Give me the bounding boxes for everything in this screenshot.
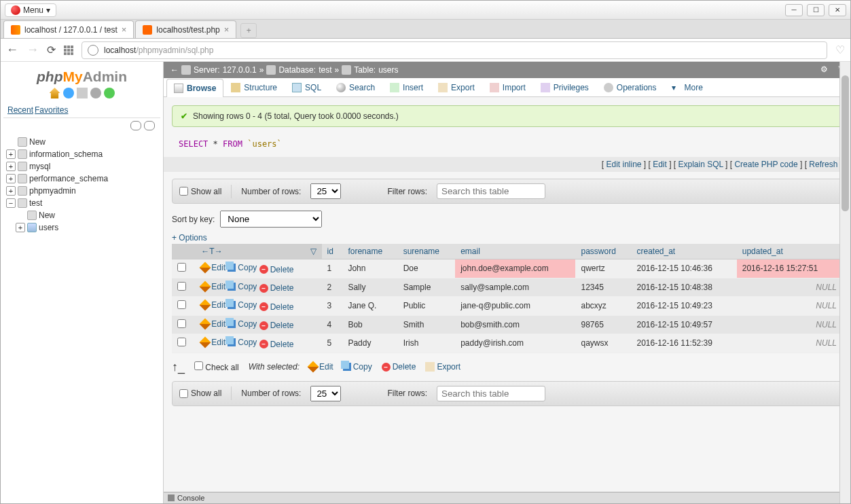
- edit-link[interactable]: Edit: [201, 338, 225, 347]
- delete-link[interactable]: −Delete: [259, 265, 294, 274]
- tab-import[interactable]: Import: [482, 78, 533, 96]
- browser-tab-1[interactable]: localhost/test.php ×: [135, 20, 236, 38]
- opera-menu-button[interactable]: Menu ▾: [5, 3, 56, 17]
- tab-export[interactable]: Export: [431, 78, 482, 96]
- recent-tab[interactable]: Recent: [7, 105, 33, 115]
- gear-icon[interactable]: ⚙: [820, 65, 831, 75]
- tab-close-icon[interactable]: ×: [122, 24, 127, 35]
- tab-more[interactable]: More: [664, 78, 710, 96]
- copy-link[interactable]: Copy: [228, 282, 257, 291]
- delete-link[interactable]: −Delete: [259, 283, 294, 293]
- bc-server[interactable]: 127.0.0.1: [223, 65, 257, 75]
- vertical-scrollbar[interactable]: [839, 62, 850, 503]
- close-button[interactable]: ✕: [829, 4, 846, 16]
- home-icon[interactable]: [50, 88, 60, 98]
- delete-link[interactable]: −Delete: [259, 302, 294, 312]
- check-all[interactable]: Check all: [194, 361, 239, 372]
- reload-button[interactable]: ⟳: [47, 43, 56, 56]
- row-checkbox[interactable]: [177, 263, 186, 272]
- sort-select[interactable]: None: [220, 211, 322, 228]
- copy-link[interactable]: Copy: [228, 300, 257, 310]
- tree-item-phpmyadmin[interactable]: +phpmyadmin: [3, 185, 160, 197]
- delete-link[interactable]: −Delete: [259, 340, 294, 349]
- sql-link-edit[interactable]: Edit: [653, 160, 667, 169]
- speed-dial-button[interactable]: [64, 46, 73, 55]
- tree-item-test[interactable]: −test: [3, 197, 160, 209]
- bookmark-button[interactable]: ♡: [835, 43, 845, 56]
- browser-tab-0[interactable]: localhost / 127.0.0.1 / test ×: [3, 20, 134, 38]
- favorites-tab[interactable]: Favorites: [35, 105, 68, 115]
- collapse-icon[interactable]: [130, 121, 141, 130]
- tree-item-new[interactable]: New: [3, 136, 160, 148]
- col-password[interactable]: password: [575, 244, 631, 259]
- copy-link[interactable]: Copy: [228, 319, 257, 329]
- edit-link[interactable]: Edit: [201, 263, 225, 272]
- tree-item-new[interactable]: New: [3, 209, 160, 221]
- edit-link[interactable]: Edit: [201, 319, 225, 329]
- expander-icon[interactable]: −: [6, 198, 16, 208]
- new-tab-button[interactable]: +: [240, 23, 257, 38]
- minimize-button[interactable]: ─: [785, 4, 803, 16]
- logout-icon[interactable]: [63, 88, 74, 98]
- col-email[interactable]: email: [455, 244, 575, 259]
- url-field[interactable]: localhost/phpmyadmin/sql.php: [82, 41, 827, 59]
- num-rows-select[interactable]: 25: [310, 183, 341, 199]
- col-id[interactable]: id: [322, 244, 343, 259]
- settings-icon[interactable]: [90, 88, 101, 98]
- show-all-checkbox[interactable]: Show all: [179, 187, 221, 196]
- options-toggle[interactable]: + Options: [172, 233, 842, 242]
- edit-link[interactable]: Edit: [201, 300, 225, 310]
- tab-sql[interactable]: SQL: [285, 78, 329, 96]
- row-checkbox[interactable]: [177, 300, 186, 309]
- link-icon[interactable]: [144, 121, 155, 130]
- tree-item-performance_schema[interactable]: +performance_schema: [3, 173, 160, 185]
- col-updated_at[interactable]: updated_at: [737, 244, 842, 259]
- tab-search[interactable]: Search: [329, 78, 382, 96]
- num-rows-select-2[interactable]: 25: [310, 386, 341, 401]
- expander-icon[interactable]: +: [6, 186, 16, 196]
- bulk-delete[interactable]: −Delete: [382, 362, 416, 372]
- expander-icon[interactable]: +: [6, 174, 16, 183]
- tab-operations[interactable]: Operations: [596, 78, 664, 96]
- tree-item-users[interactable]: +users: [3, 221, 160, 234]
- col-forename[interactable]: forename: [342, 244, 397, 259]
- tab-privileges[interactable]: Privileges: [533, 78, 596, 96]
- bulk-edit[interactable]: Edit: [309, 362, 333, 372]
- reload-icon[interactable]: [104, 88, 115, 98]
- expander-icon[interactable]: +: [16, 223, 25, 232]
- col-created_at[interactable]: created_at: [632, 244, 737, 259]
- docs-icon[interactable]: [77, 88, 88, 98]
- show-all-checkbox-2[interactable]: Show all: [179, 389, 221, 398]
- tree-item-information_schema[interactable]: +information_schema: [3, 148, 160, 160]
- maximize-button[interactable]: ☐: [807, 4, 825, 16]
- sql-link-refresh[interactable]: Refresh: [809, 160, 837, 169]
- console-toggle[interactable]: Console: [164, 492, 839, 503]
- expander-icon[interactable]: +: [6, 149, 16, 159]
- delete-link[interactable]: −Delete: [259, 321, 294, 330]
- row-checkbox[interactable]: [177, 319, 186, 328]
- bulk-copy[interactable]: Copy: [343, 362, 372, 372]
- tab-close-icon[interactable]: ×: [224, 24, 230, 35]
- copy-link[interactable]: Copy: [228, 338, 257, 347]
- back-button[interactable]: ←: [6, 43, 18, 57]
- sql-link-edit-inline[interactable]: Edit inline: [606, 160, 641, 169]
- tab-structure[interactable]: Structure: [223, 78, 285, 96]
- bc-database[interactable]: test: [319, 65, 331, 75]
- tree-item-mysql[interactable]: +mysql: [3, 160, 160, 173]
- tab-insert[interactable]: Insert: [382, 78, 431, 96]
- sql-link-create-php-code[interactable]: Create PHP code: [734, 160, 797, 169]
- tab-browse[interactable]: Browse: [166, 79, 223, 97]
- bulk-export[interactable]: Export: [425, 362, 460, 372]
- expander-icon[interactable]: +: [6, 162, 16, 171]
- row-checkbox[interactable]: [177, 282, 186, 291]
- row-checkbox[interactable]: [177, 338, 186, 346]
- filter-input[interactable]: [437, 183, 545, 199]
- collapse-nav-icon[interactable]: ←: [170, 65, 179, 75]
- sql-link-explain-sql[interactable]: Explain SQL: [678, 160, 723, 169]
- bc-table[interactable]: users: [378, 65, 398, 75]
- col-surename[interactable]: surename: [398, 244, 456, 259]
- edit-link[interactable]: Edit: [201, 282, 225, 291]
- forward-button[interactable]: →: [26, 43, 39, 57]
- filter-input-2[interactable]: [437, 386, 545, 401]
- copy-link[interactable]: Copy: [228, 263, 257, 272]
